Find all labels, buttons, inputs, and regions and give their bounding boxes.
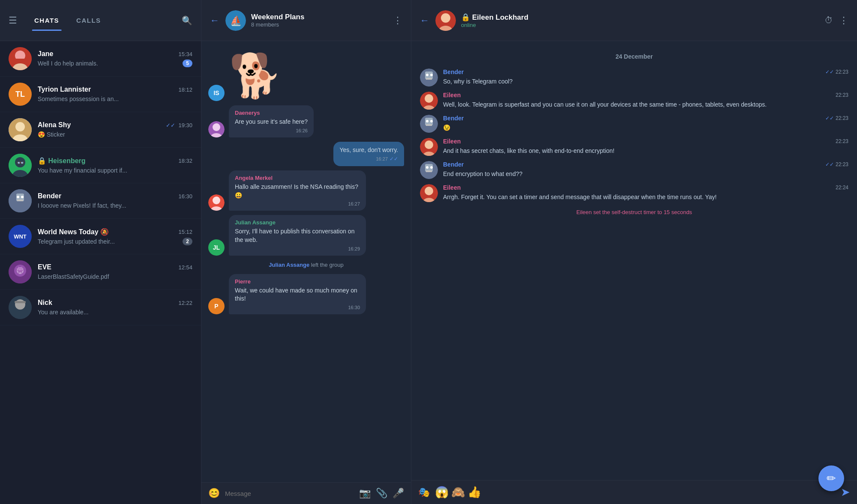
left-header: ☰ CHATS CALLS 🔍 <box>0 0 201 41</box>
chat-preview-nick: You are available... <box>38 309 89 316</box>
r-msg-row-r3: Bender ✓✓ 22:23 😉 <box>420 115 848 133</box>
svg-point-36 <box>430 74 433 76</box>
message-input-middle[interactable] <box>225 490 354 497</box>
msg-sender-daenerys: Daenerys <box>235 110 308 116</box>
svg-point-25 <box>213 123 220 131</box>
svg-text:⛵: ⛵ <box>230 15 242 27</box>
chat-item-bender[interactable]: Bender 16:30 I looove new Pixels! If fac… <box>0 183 201 219</box>
msg-time-daenerys: 16:26 <box>296 128 308 133</box>
tab-chats[interactable]: CHATS <box>26 13 68 27</box>
r-msg-text-r3: 😉 <box>443 123 848 132</box>
svg-rect-45 <box>426 124 432 126</box>
avatar-heisenberg: 👓 <box>9 154 32 177</box>
avatar-bender <box>9 189 32 212</box>
svg-point-13 <box>21 196 24 198</box>
r-msg-content-r2: Eileen 22:23 Well, look. Telegram is sup… <box>443 92 848 109</box>
sticker-btn-right[interactable]: 🎭 <box>418 487 430 498</box>
attach-icon-middle[interactable]: 📎 <box>376 488 387 499</box>
r-msg-avatar-bender2 <box>420 115 438 133</box>
r-msg-text-r6: Arrgh. Forget it. You can set a timer an… <box>443 193 848 202</box>
avatar-tyrion: TL <box>9 83 32 106</box>
chat-item-eve[interactable]: 👾 EVE 12:54 LaserBlastSafetyGuide.pdf <box>0 254 201 290</box>
header-info-group: Weekend Plans 8 members <box>251 13 393 28</box>
chat-item-heisenberg[interactable]: 👓 🔒 Heisenberg 18:32 You have my financi… <box>0 148 201 183</box>
middle-header: ← ⛵ Weekend Plans 8 members ⋮ <box>201 0 411 41</box>
r-msg-text-r5: End encryption to what end?? <box>443 170 848 179</box>
r-msg-text-r1: So, why is Telegram cool? <box>443 77 848 86</box>
eileen-title: 🔒 Eileen Lockhard <box>461 13 824 22</box>
r-msg-check-r5: ✓✓ <box>825 161 834 167</box>
send-button-right[interactable]: ➤ <box>841 486 850 499</box>
r-msg-row-r1: Bender ✓✓ 22:23 So, why is Telegram cool… <box>420 69 848 86</box>
svg-text:👾: 👾 <box>16 266 24 274</box>
right-input-bar: 🎭 😱 🙈 👍 ➤ <box>411 480 857 504</box>
r-msg-time-r1: 22:23 <box>836 69 848 75</box>
r-msg-sender-eileen2: Eileen <box>443 138 461 145</box>
back-button-right[interactable]: ← <box>420 15 429 26</box>
r-msg-sender-eileen3: Eileen <box>443 184 461 191</box>
right-messages: 24 December Bender ✓✓ 22:23 So, why is T… <box>411 41 857 480</box>
msg-bubble-julian: Julian Assange Sorry, I'll have to publi… <box>229 215 366 255</box>
svg-point-4 <box>15 122 25 131</box>
msg-text-angela: Hallo alle zusammen! Is the NSA reading … <box>235 183 360 200</box>
emoji-thumbsup[interactable]: 👍 <box>467 486 481 499</box>
emoji-monkey[interactable]: 🙈 <box>451 486 465 499</box>
chat-time-bender: 16:30 <box>178 193 192 200</box>
chat-name-nick: Nick <box>38 299 52 307</box>
back-button-middle[interactable]: ← <box>210 15 219 26</box>
chat-time-alena: ✓✓ 19:30 <box>166 122 192 128</box>
hamburger-icon[interactable]: ☰ <box>9 15 17 26</box>
chat-time-tyrion: 18:12 <box>178 86 192 93</box>
emoji-icon-middle[interactable]: 😊 <box>208 488 220 499</box>
avatar-nick <box>9 296 32 319</box>
more-options-middle[interactable]: ⋮ <box>393 15 402 26</box>
chat-preview-tyrion: Sometimes possession is an... <box>38 95 119 102</box>
chat-item-tyrion[interactable]: TL Tyrion Lannister 18:12 Sometimes poss… <box>0 77 201 112</box>
mic-icon-middle[interactable]: 🎤 <box>393 488 404 499</box>
svg-point-52 <box>430 166 433 169</box>
msg-time-outgoing1: 16:27 <box>376 156 388 161</box>
msg-avatar-is: IS <box>208 85 225 101</box>
chat-list: Jane 15:34 Well I do help animals. 5 TL … <box>0 41 201 504</box>
svg-point-31 <box>441 13 450 23</box>
header-info-eileen: 🔒 Eileen Lockhard online <box>461 13 824 28</box>
chat-info-alena: Alena Shy ✓✓ 19:30 😍 Sticker <box>38 121 192 138</box>
chat-item-nick[interactable]: Nick 12:22 You are available... <box>0 290 201 325</box>
svg-text:👓: 👓 <box>17 159 24 167</box>
msg-avatar-angela <box>208 194 225 211</box>
msg-avatar-daenerys <box>208 121 225 137</box>
emoji-scared[interactable]: 😱 <box>435 486 449 499</box>
tab-calls[interactable]: CALLS <box>68 13 110 27</box>
badge-jane: 5 <box>183 60 192 67</box>
more-options-right[interactable]: ⋮ <box>839 15 848 26</box>
chat-item-alena[interactable]: Alena Shy ✓✓ 19:30 😍 Sticker <box>0 112 201 148</box>
r-msg-avatar-bender1 <box>420 69 438 86</box>
camera-icon-middle[interactable]: 📷 <box>359 488 371 499</box>
right-panel: ← 🔒 Eileen Lockhard online ⏱ ⋮ 24 Decemb… <box>411 0 857 504</box>
msg-text-daenerys: Are you sure it's safe here? <box>235 118 308 126</box>
msg-text-pierre: Wait, we could have made so much money o… <box>235 286 360 303</box>
compose-fab[interactable]: ✏ <box>818 465 844 491</box>
chat-item-worldnews[interactable]: WNT World News Today 🔕 15:12 Telegram ju… <box>0 219 201 254</box>
chat-time-nick: 12:22 <box>178 300 192 306</box>
r-msg-text-r2: Well, look. Telegram is superfast and yo… <box>443 100 848 109</box>
chat-info-tyrion: Tyrion Lannister 18:12 Sometimes possess… <box>38 86 192 103</box>
svg-point-44 <box>430 120 433 122</box>
msg-bubble-outgoing1: Yes, sure, don't worry. 16:27 ✓✓ <box>333 142 404 167</box>
svg-rect-21 <box>15 301 26 303</box>
chat-name-tyrion: Tyrion Lannister <box>38 86 91 93</box>
r-msg-time-r5: 22:23 <box>836 161 848 167</box>
msg-avatar-pierre: P <box>208 298 225 314</box>
r-msg-content-r6: Eileen 22:24 Arrgh. Forget it. You can s… <box>443 184 848 202</box>
search-icon[interactable]: 🔍 <box>182 15 192 26</box>
header-avatar-eileen <box>435 10 456 31</box>
chat-name-alena: Alena Shy <box>38 121 71 129</box>
chat-time-heisenberg: 18:32 <box>178 158 192 164</box>
r-msg-content-r4: Eileen 22:23 And it has secret chats, li… <box>443 138 848 155</box>
timer-icon[interactable]: ⏱ <box>824 15 833 25</box>
svg-point-20 <box>15 299 25 310</box>
r-msg-avatar-eileen1 <box>420 92 438 110</box>
chat-item-jane[interactable]: Jane 15:34 Well I do help animals. 5 <box>0 41 201 77</box>
chat-input-bar-middle: 😊 📷 📎 🎤 <box>201 482 411 504</box>
msg-bubble-pierre: Pierre Wait, we could have made so much … <box>229 274 366 314</box>
